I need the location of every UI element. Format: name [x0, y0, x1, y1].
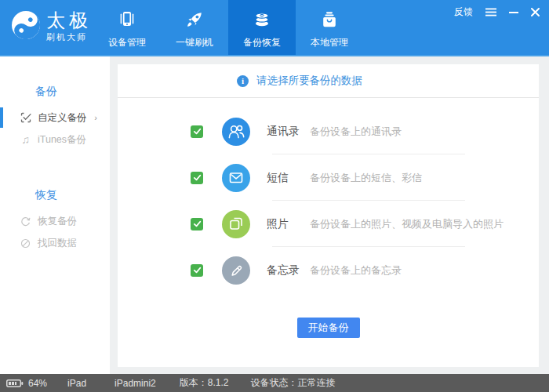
backup-item-desc: 备份设备上的通讯录 [310, 125, 402, 139]
photos-icon [222, 210, 250, 238]
info-bar: i 请选择所要备份的数据 [118, 64, 539, 98]
sidebar-item-restore-backup[interactable]: 恢复备份 [0, 210, 110, 232]
app-title: 太极 [46, 11, 92, 30]
tab-label: 一键刷机 [176, 36, 213, 49]
tab-label: 设备管理 [108, 36, 146, 49]
itunes-note-icon: ♫ [20, 134, 31, 146]
sidebar-item-label: 找回数据 [38, 237, 77, 250]
flash-rocket-icon [184, 7, 205, 32]
backup-item-label: 备忘录 [267, 263, 310, 278]
app-subtitle: 刷机大师 [46, 31, 92, 43]
backup-item-desc: 备份设备上的短信、彩信 [310, 171, 422, 185]
retrieve-data-icon [20, 238, 31, 249]
backup-item-desc: 备份设备上的照片、视频及电脑导入的照片 [310, 217, 504, 231]
tab-backup-restore[interactable]: 备份恢复 [228, 0, 296, 55]
button-row: 开始备份 [118, 318, 539, 338]
checkbox-contacts[interactable] [191, 125, 203, 138]
backup-database-icon [252, 7, 272, 32]
tab-label: 备份恢复 [243, 36, 281, 49]
custom-backup-icon [20, 112, 31, 124]
connection-status: 设备状态：正常连接 [250, 376, 335, 390]
tab-one-key-flash[interactable]: 一键刷机 [161, 0, 228, 55]
sidebar-section-backup: 备份 [35, 85, 110, 99]
backup-row-sms: 短信 备份设备上的短信、彩信 [118, 154, 539, 201]
sms-icon [222, 164, 250, 192]
menu-icon[interactable] [485, 8, 496, 16]
app-window: 太极 刷机大师 设备管理 [0, 0, 549, 392]
taiji-logo-icon [11, 10, 41, 43]
backup-item-label: 短信 [267, 171, 310, 185]
sidebar: 备份 自定义备份 › ♫ iTunes备份 恢复 [0, 56, 110, 374]
backup-row-photos: 照片 备份设备上的照片、视频及电脑导入的照片 [118, 201, 539, 247]
sidebar-item-label: iTunes备份 [38, 133, 86, 147]
sidebar-item-label: 恢复备份 [38, 215, 77, 228]
checkbox-sms[interactable] [191, 172, 203, 184]
backup-item-desc: 备份设备上的备忘录 [310, 263, 402, 278]
os-version: 版本：8.1.2 [180, 376, 229, 390]
battery-icon [6, 379, 24, 388]
status-bar: 64% iPad iPadmini2 版本：8.1.2 设备状态：正常连接 [0, 374, 549, 392]
start-backup-button[interactable]: 开始备份 [297, 318, 360, 338]
device-type: iPad [67, 378, 86, 389]
battery-percent: 64% [28, 378, 47, 389]
backup-item-label: 照片 [267, 217, 310, 231]
checkbox-photos[interactable] [191, 218, 203, 230]
device-model: iPadmini2 [115, 378, 156, 389]
backup-content-panel: i 请选择所要备份的数据 通讯录 备份设备上的通讯录 [118, 64, 539, 367]
tab-local-management[interactable]: 本地管理 [296, 0, 363, 55]
sidebar-item-itunes-backup[interactable]: ♫ iTunes备份 [0, 129, 110, 151]
checkbox-notes[interactable] [191, 264, 203, 277]
minimize-icon[interactable] [509, 8, 518, 16]
device-icon [117, 7, 137, 32]
notes-icon [222, 256, 250, 285]
header: 太极 刷机大师 设备管理 [0, 0, 549, 56]
sidebar-item-label: 自定义备份 [38, 111, 87, 125]
tab-label: 本地管理 [311, 36, 348, 49]
backup-item-list: 通讯录 备份设备上的通讯录 短信 备份设备上的短信、彩信 [118, 98, 539, 338]
backup-row-notes: 备忘录 备份设备上的备忘录 [118, 247, 539, 293]
backup-prompt: 请选择所要备份的数据 [256, 74, 362, 88]
tab-device-management[interactable]: 设备管理 [93, 0, 161, 55]
contacts-icon [222, 118, 250, 146]
local-bag-icon [319, 7, 340, 32]
main-nav: 设备管理 一键刷机 [93, 0, 363, 55]
restore-icon [20, 216, 31, 227]
info-icon: i [237, 75, 249, 87]
sidebar-item-custom-backup[interactable]: 自定义备份 › [0, 107, 110, 129]
sidebar-item-retrieve-data[interactable]: 找回数据 [0, 232, 110, 254]
close-icon[interactable] [531, 8, 540, 16]
sidebar-section-restore: 恢复 [35, 188, 110, 202]
app-logo: 太极 刷机大师 [11, 10, 92, 43]
chevron-right-icon: › [94, 113, 97, 122]
backup-item-label: 通讯录 [267, 125, 310, 139]
feedback-link[interactable]: 反馈 [454, 5, 473, 19]
window-controls: 反馈 [454, 5, 540, 19]
backup-row-contacts: 通讯录 备份设备上的通讯录 [118, 108, 539, 154]
